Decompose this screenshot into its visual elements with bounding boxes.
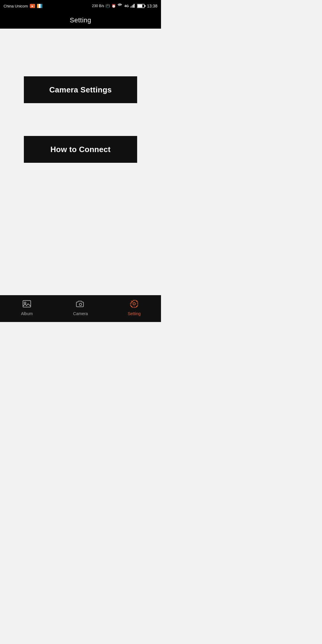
svg-rect-6 [145,5,145,7]
alarm-icon: ⏰ [112,4,116,8]
wifi-icon [117,4,123,9]
svg-rect-7 [137,4,142,7]
bottom-nav: Album Camera Setting [0,295,161,322]
svg-point-10 [79,303,82,306]
setting-label: Setting [128,311,141,316]
network-speed: 230 B/s [92,4,104,8]
svg-rect-4 [134,4,134,8]
flag-status-icon [37,4,42,8]
album-label: Album [21,311,33,316]
vibrate-icon: 📳 [106,4,110,8]
page-title: Setting [70,16,91,24]
svg-point-9 [24,302,26,304]
time-label: 13:38 [147,4,157,8]
svg-rect-8 [23,301,31,307]
battery-indicator [137,4,145,8]
album-icon [22,299,32,310]
status-bar-right: 230 B/s 📳 ⏰ 4G 13:38 [92,4,157,9]
4g-icon: 4G [124,4,129,8]
nav-item-camera[interactable]: Camera [54,299,107,316]
app-bar: Setting [0,12,161,29]
camera-settings-button[interactable]: Camera Settings [24,76,137,103]
carrier-label: China Unicom [4,4,28,8]
setting-icon [129,299,139,310]
camera-icon [76,299,85,310]
how-to-connect-button[interactable]: How to Connect [24,136,137,163]
status-bar: China Unicom 230 B/s 📳 ⏰ 4G [0,0,161,12]
svg-rect-3 [132,5,133,8]
main-content: Camera Settings How to Connect [0,29,161,295]
nav-item-album[interactable]: Album [0,299,54,316]
svg-rect-2 [131,6,132,8]
svg-point-0 [119,5,120,6]
play-status-icon [30,4,35,8]
status-bar-left: China Unicom [4,4,42,8]
nav-item-setting[interactable]: Setting [107,299,161,316]
signal-icon [130,4,136,9]
camera-label: Camera [73,311,88,316]
svg-point-11 [133,303,135,305]
svg-rect-1 [130,6,131,8]
